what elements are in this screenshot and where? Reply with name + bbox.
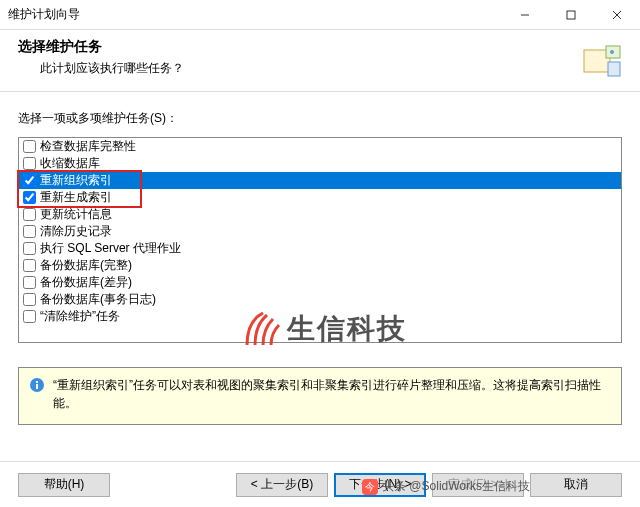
maximize-button[interactable] (548, 0, 594, 29)
description-box: “重新组织索引”任务可以对表和视图的聚集索引和非聚集索引进行碎片整理和压缩。这将… (18, 367, 622, 425)
task-label: 重新生成索引 (40, 189, 112, 206)
window-title: 维护计划向导 (8, 6, 502, 23)
svg-rect-9 (36, 384, 38, 389)
credit-text: 头条 @SolidWorks生信科技 (382, 478, 530, 495)
window-controls (502, 0, 640, 29)
task-label: 执行 SQL Server 代理作业 (40, 240, 181, 257)
task-checkbox[interactable] (23, 293, 36, 306)
task-item[interactable]: “清除维护”任务 (19, 308, 621, 325)
task-item[interactable]: 执行 SQL Server 代理作业 (19, 240, 621, 257)
task-label: 更新统计信息 (40, 206, 112, 223)
source-logo-icon: 今 (362, 479, 378, 495)
wizard-footer: 帮助(H) < 上一步(B) 下一步(N) > 完成(F) >>| 取消 (0, 461, 640, 507)
wizard-header: 选择维护任务 此计划应该执行哪些任务？ (0, 30, 640, 92)
task-item[interactable]: 备份数据库(差异) (19, 274, 621, 291)
task-label: 备份数据库(完整) (40, 257, 132, 274)
task-label: 备份数据库(事务日志) (40, 291, 156, 308)
task-checkbox[interactable] (23, 191, 36, 204)
task-label: 检查数据库完整性 (40, 138, 136, 155)
task-item[interactable]: 检查数据库完整性 (19, 138, 621, 155)
svg-rect-6 (608, 62, 620, 76)
task-checkbox[interactable] (23, 157, 36, 170)
task-label: 收缩数据库 (40, 155, 100, 172)
content-area: 选择一项或多项维护任务(S)： 检查数据库完整性收缩数据库重新组织索引重新生成索… (0, 92, 640, 351)
back-button[interactable]: < 上一步(B) (236, 473, 328, 497)
task-checkbox[interactable] (23, 140, 36, 153)
task-item[interactable]: 备份数据库(事务日志) (19, 291, 621, 308)
svg-rect-1 (567, 11, 575, 19)
task-checkbox[interactable] (23, 208, 36, 221)
task-checkbox[interactable] (23, 276, 36, 289)
info-icon (29, 377, 45, 393)
close-button[interactable] (594, 0, 640, 29)
svg-point-7 (610, 50, 614, 54)
task-label: 重新组织索引 (40, 172, 112, 189)
task-label: 清除历史记录 (40, 223, 112, 240)
page-subtitle: 此计划应该执行哪些任务？ (18, 60, 622, 77)
task-prompt: 选择一项或多项维护任务(S)： (18, 110, 622, 127)
cancel-button[interactable]: 取消 (530, 473, 622, 497)
minimize-button[interactable] (502, 0, 548, 29)
titlebar: 维护计划向导 (0, 0, 640, 30)
task-checkbox[interactable] (23, 242, 36, 255)
description-text: “重新组织索引”任务可以对表和视图的聚集索引和非聚集索引进行碎片整理和压缩。这将… (53, 376, 611, 416)
task-item[interactable]: 清除历史记录 (19, 223, 621, 240)
task-label: 备份数据库(差异) (40, 274, 132, 291)
task-listbox[interactable]: 检查数据库完整性收缩数据库重新组织索引重新生成索引更新统计信息清除历史记录执行 … (18, 137, 622, 343)
task-checkbox[interactable] (23, 310, 36, 323)
task-checkbox[interactable] (23, 259, 36, 272)
task-item[interactable]: 重新组织索引 (19, 172, 621, 189)
wizard-icon (582, 44, 622, 80)
help-button[interactable]: 帮助(H) (18, 473, 110, 497)
task-item[interactable]: 收缩数据库 (19, 155, 621, 172)
task-checkbox[interactable] (23, 225, 36, 238)
task-label: “清除维护”任务 (40, 308, 120, 325)
task-item[interactable]: 重新生成索引 (19, 189, 621, 206)
svg-rect-10 (36, 381, 38, 383)
task-item[interactable]: 更新统计信息 (19, 206, 621, 223)
task-checkbox[interactable] (23, 174, 36, 187)
task-item[interactable]: 备份数据库(完整) (19, 257, 621, 274)
source-credit: 今 头条 @SolidWorks生信科技 (362, 478, 530, 495)
page-title: 选择维护任务 (18, 38, 622, 56)
